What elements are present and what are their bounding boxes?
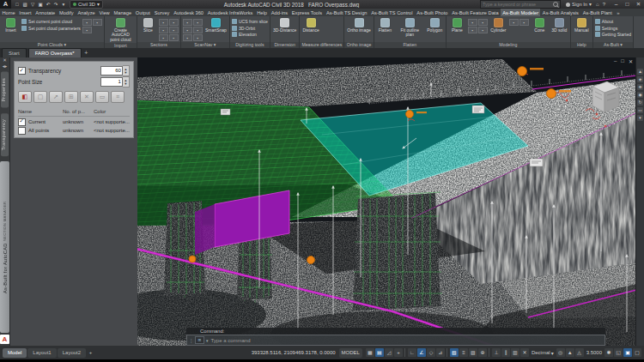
point-size-input[interactable]: 1 xyxy=(100,77,123,87)
panel-label-modeling[interactable]: Modeling xyxy=(447,42,570,48)
ribbon-tab-survey[interactable]: Survey xyxy=(152,9,171,16)
manual-button[interactable]: Manual xyxy=(573,17,591,33)
palette-close-icon[interactable]: ✕ xyxy=(3,57,7,63)
model-viewport[interactable]: – □ ✕ ▲◈⊕◉↻▭▾ Command: ⋮ ⊞ ▾ Type a comm… xyxy=(125,57,644,346)
cloud-visible-checkbox[interactable] xyxy=(18,127,26,135)
qat-open-icon[interactable]: ▨ xyxy=(21,1,28,8)
ribbon-tab-as-built-ts-control[interactable]: As-Built TS Control xyxy=(369,9,415,16)
nav-scroll-up-icon[interactable]: ▲ xyxy=(637,69,643,75)
ribbon-tool-button[interactable]: ▪ xyxy=(478,19,488,26)
command-input-row[interactable]: ⋮ ⊞ ▾ Type a command xyxy=(186,335,605,346)
panel-label-help[interactable]: Help xyxy=(571,42,592,48)
panel-label-digitizing-tools[interactable]: Digitizing tools xyxy=(230,42,270,48)
palette-autohide-icon[interactable]: ◂▸ xyxy=(3,63,8,69)
gizmo-icon[interactable]: ✕ xyxy=(520,348,529,357)
viewport-restore-button[interactable]: □ xyxy=(621,58,624,64)
flatten-button[interactable]: Flatten xyxy=(376,17,394,33)
isolate-objects-icon[interactable]: ◱ xyxy=(614,348,623,357)
ribbon-tab-insert[interactable]: Insert xyxy=(17,9,33,16)
fit-outline-plan-button[interactable]: Fit outline plan xyxy=(396,17,424,38)
sign-in-button[interactable]: Sign In ▾ xyxy=(566,2,592,7)
ribbon-tool-button[interactable]: ▪ xyxy=(183,27,192,33)
ribbon-tool-button[interactable]: ▪ xyxy=(478,27,488,33)
exchange-apps-icon[interactable]: ⌂ xyxy=(596,2,599,7)
transparency-toggle-icon[interactable]: ▨ xyxy=(469,348,477,357)
polar-tracking-icon[interactable]: ∠ xyxy=(417,348,426,357)
3d-orbit-button[interactable]: 3D-Orbit xyxy=(232,26,268,31)
panel-label-dimension[interactable]: Dimension xyxy=(270,42,300,48)
palette-vertical-title[interactable]: As-Built for AutoCAD SECTION MANAGER xyxy=(0,161,9,333)
ribbon-tab-add-ins[interactable]: Add-ins xyxy=(269,9,289,16)
3d-solid-button[interactable]: 3D solid xyxy=(550,17,568,33)
panel-label-sections[interactable]: Sections xyxy=(137,42,180,48)
infer-constraints-icon[interactable]: ◿ xyxy=(385,348,393,357)
ribbon-tool-button[interactable]: ▪ xyxy=(169,34,179,41)
ribbon-tool-button[interactable]: ▪ xyxy=(519,19,529,26)
cone-button[interactable]: Cone xyxy=(531,17,549,33)
grid-icon[interactable]: ▦ xyxy=(366,348,374,357)
3d-distance-button[interactable]: 3D-Distance xyxy=(272,17,298,33)
panel-label-measure-differences[interactable]: Measure differences xyxy=(300,42,343,48)
command-line-window[interactable]: Command: ⋮ ⊞ ▾ Type a command xyxy=(186,328,605,346)
transparency-input[interactable]: 60 xyxy=(100,66,123,75)
ribbon-tab-view[interactable]: View xyxy=(97,9,112,16)
palette-tab-properties[interactable]: Properties xyxy=(1,72,9,108)
command-grip-icon[interactable]: ⋮ xyxy=(187,337,195,343)
ribbon-tab-autodesk-360[interactable]: Autodesk 360 xyxy=(172,9,206,16)
colorize-points-button[interactable]: ◧ xyxy=(18,91,32,103)
search-icon[interactable] xyxy=(553,2,558,7)
smartsnap-button[interactable]: SmartSnap xyxy=(204,17,228,33)
ribbon-tab-analyze[interactable]: Analyze xyxy=(76,9,97,16)
transparency-spinner[interactable]: ▲▼ xyxy=(123,65,130,76)
cloud-visible-checkbox[interactable] xyxy=(18,118,26,126)
panel-label-as-built[interactable]: As-Built ▾ xyxy=(593,42,633,48)
layout-tab-layout2[interactable]: Layout2 xyxy=(58,348,86,358)
snap-icon[interactable]: ▤ xyxy=(375,348,384,357)
set-point-cloud-parameters-button[interactable]: Set point cloud parameters xyxy=(21,26,81,31)
panel-label-point-clouds[interactable]: Point Clouds ▾ xyxy=(0,42,104,48)
tab-faro-overpass[interactable]: FARO Overpass* xyxy=(28,48,82,57)
annotation-visibility-icon[interactable]: ◎ xyxy=(556,348,565,357)
ribbon-tool-button[interactable]: ▪ xyxy=(183,19,192,26)
workspace-switcher[interactable]: Civil 3D ▾ xyxy=(70,0,103,9)
slice-button[interactable]: Slice xyxy=(139,17,157,33)
viewport-minimize-button[interactable]: – xyxy=(614,58,617,64)
panel-label-import[interactable]: Import xyxy=(105,43,137,48)
nav-wheel-icon[interactable]: ▭ xyxy=(637,107,643,113)
ribbon-tab-as-built-modeler[interactable]: As-Built Modeler xyxy=(501,9,541,16)
select-region-button[interactable]: ▢ xyxy=(33,91,47,103)
model-space-button[interactable]: MODEL xyxy=(339,348,362,358)
command-prompt-text[interactable]: Type a command xyxy=(211,338,251,343)
help-search-box[interactable] xyxy=(480,0,561,9)
nav-more-icon[interactable]: ▾ xyxy=(637,115,643,121)
ribbon-tool-button[interactable]: ▪ xyxy=(82,19,92,26)
ribbon-tool-button[interactable]: ▪ xyxy=(82,27,92,33)
search-input[interactable] xyxy=(483,2,551,7)
ribbon-tab-express-tools[interactable]: Express Tools xyxy=(289,9,324,16)
annotation-scale-value[interactable]: 3.5000 xyxy=(584,350,605,355)
palette-tab-transparency[interactable]: Transparency xyxy=(1,113,9,156)
qat-undo-icon[interactable]: ↶ xyxy=(45,1,52,8)
nav-orbit-icon[interactable]: ↻ xyxy=(637,100,643,106)
ribbon-tool-button[interactable]: ▪ xyxy=(93,19,102,26)
navigation-bar[interactable]: ▲◈⊕◉↻▭▾ xyxy=(635,57,644,346)
clean-screen-icon[interactable]: ▢ xyxy=(633,348,641,357)
transparency-checkbox[interactable] xyxy=(18,67,26,75)
delete-region-button[interactable]: ✕ xyxy=(80,91,94,103)
new-drawing-tab-button[interactable]: + xyxy=(82,49,91,57)
nav-compass-icon[interactable]: ◈ xyxy=(637,76,643,82)
object-snap-tracking-icon[interactable]: ⊿ xyxy=(436,348,445,357)
insert-button[interactable]: Insert xyxy=(2,17,20,33)
ribbon-tab-as-built-plant[interactable]: As-Built Plant xyxy=(580,9,614,16)
ribbon-tab-as-built-feature-data[interactable]: As-Built Feature Data xyxy=(450,9,501,16)
dynamic-input-icon[interactable]: + xyxy=(394,348,403,357)
ribbon-tab-as-built-photo[interactable]: As-Built Photo xyxy=(415,9,450,16)
settings-button[interactable]: Settings xyxy=(595,26,631,31)
chevron-down-icon[interactable]: ▾ xyxy=(206,338,209,343)
autodesk-logo-icon[interactable]: A xyxy=(0,0,11,9)
layout-tab-model[interactable]: Model xyxy=(3,348,27,358)
qat-plot-icon[interactable]: ▣ xyxy=(37,1,44,8)
units-dropdown[interactable]: Decimal ▾ xyxy=(529,350,556,356)
getting-started-button[interactable]: Getting Started xyxy=(595,32,631,37)
lineweight-icon[interactable]: ≡ xyxy=(459,348,468,357)
